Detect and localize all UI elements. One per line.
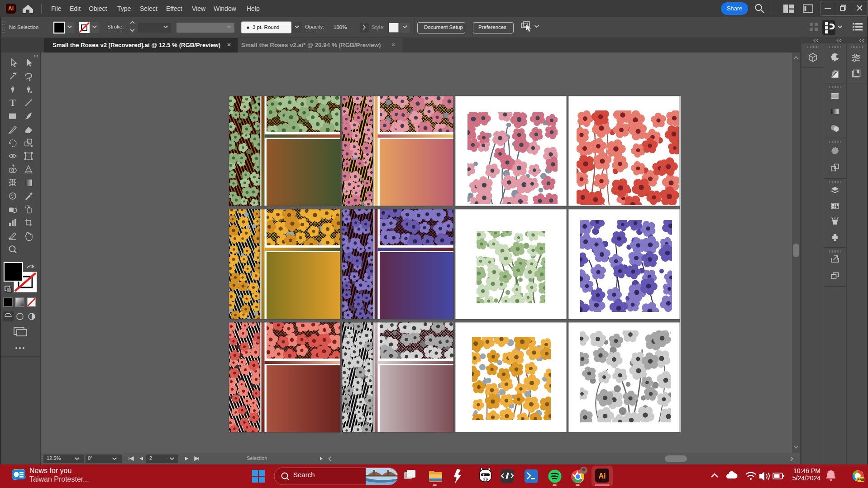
svg-text:T: T xyxy=(10,98,16,108)
svg-text:Ai: Ai xyxy=(599,472,606,480)
svg-text:PRE: PRE xyxy=(857,478,864,482)
